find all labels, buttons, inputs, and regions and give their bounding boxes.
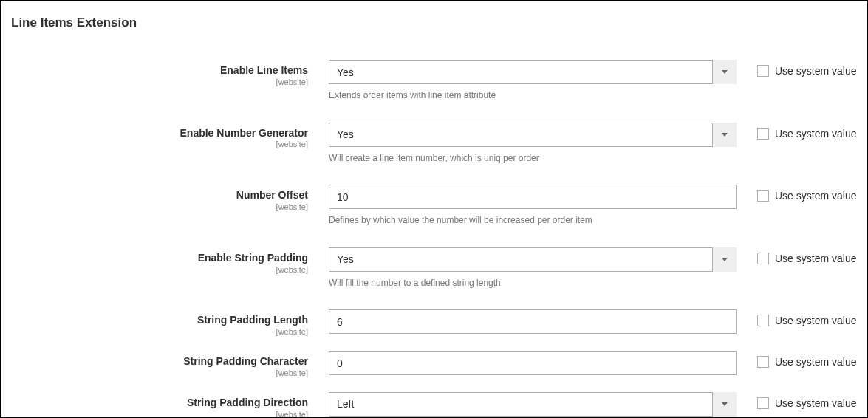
use-system-col: Use system value (737, 123, 856, 140)
select-wrap (329, 247, 737, 272)
field-scope: [website] (11, 202, 308, 211)
config-section: Line Items Extension Enable Line Items [… (1, 1, 867, 418)
field-help: Extends order items with line item attri… (329, 90, 737, 102)
enable-line-items-select[interactable] (329, 60, 737, 84)
field-scope: [website] (11, 140, 308, 148)
field-label-col: Enable String Padding [website] (11, 247, 329, 274)
use-system-checkbox[interactable] (757, 397, 769, 409)
field-control-col: Will create a line item number, which is… (329, 123, 737, 165)
field-help: Will create a line item number, which is… (329, 153, 737, 165)
field-string-padding-character: String Padding Character [website] Use s… (11, 351, 857, 377)
use-system-col: Use system value (737, 309, 856, 326)
use-system-label[interactable]: Use system value (775, 128, 856, 140)
section-title: Line Items Extension (11, 16, 857, 30)
use-system-checkbox[interactable] (757, 128, 769, 140)
field-number-offset: Number Offset [website] Defines by which… (11, 185, 857, 227)
use-system-col: Use system value (737, 392, 856, 409)
field-scope: [website] (11, 410, 308, 418)
use-system-checkbox[interactable] (757, 356, 769, 368)
field-control-col (329, 392, 737, 417)
field-label: Enable Number Generator (11, 127, 308, 140)
field-scope: [website] (11, 265, 308, 274)
enable-string-padding-select[interactable] (329, 247, 737, 272)
use-system-checkbox[interactable] (757, 315, 769, 326)
field-label: Enable String Padding (11, 252, 308, 264)
field-label: Enable Line Items (11, 64, 308, 77)
use-system-label[interactable]: Use system value (775, 65, 856, 77)
field-scope: [website] (11, 327, 308, 336)
string-padding-character-input[interactable] (329, 351, 737, 375)
field-enable-string-padding: Enable String Padding [website] Will fil… (11, 247, 857, 289)
enable-number-generator-select[interactable] (329, 123, 737, 147)
use-system-label[interactable]: Use system value (775, 397, 856, 409)
field-control-col (329, 351, 737, 375)
field-label-col: String Padding Length [website] (11, 309, 329, 336)
field-enable-number-generator: Enable Number Generator [website] Will c… (11, 123, 857, 165)
use-system-checkbox[interactable] (757, 253, 769, 264)
field-enable-line-items: Enable Line Items [website] Extends orde… (11, 60, 857, 102)
field-control-col: Extends order items with line item attri… (329, 60, 737, 102)
field-label-col: Enable Line Items [website] (11, 60, 329, 86)
use-system-col: Use system value (737, 247, 856, 264)
select-wrap (329, 60, 737, 84)
field-help: Will fill the number to a defined string… (329, 278, 737, 289)
field-label: String Padding Character (11, 355, 308, 368)
use-system-label[interactable]: Use system value (775, 356, 856, 368)
select-wrap (329, 392, 737, 417)
use-system-col: Use system value (737, 60, 856, 77)
use-system-checkbox[interactable] (757, 190, 769, 202)
use-system-col: Use system value (737, 351, 856, 368)
use-system-label[interactable]: Use system value (775, 190, 856, 202)
string-padding-direction-select[interactable] (329, 392, 737, 417)
field-label: Number Offset (11, 189, 308, 202)
field-string-padding-length: String Padding Length [website] Use syst… (11, 309, 857, 336)
use-system-label[interactable]: Use system value (775, 253, 856, 264)
field-label: String Padding Length (11, 314, 308, 326)
field-label-col: Enable Number Generator [website] (11, 123, 329, 149)
string-padding-length-input[interactable] (329, 309, 737, 334)
field-help: Defines by which value the number will b… (329, 215, 737, 227)
field-label-col: String Padding Character [website] (11, 351, 329, 377)
select-wrap (329, 123, 737, 147)
field-control-col: Defines by which value the number will b… (329, 185, 737, 227)
use-system-label[interactable]: Use system value (775, 315, 856, 326)
field-control-col (329, 309, 737, 334)
field-label: String Padding Direction (11, 397, 308, 409)
number-offset-input[interactable] (329, 185, 737, 209)
field-control-col: Will fill the number to a defined string… (329, 247, 737, 289)
field-scope: [website] (11, 369, 308, 377)
field-string-padding-direction: String Padding Direction [website] Use s… (11, 392, 857, 418)
use-system-col: Use system value (737, 185, 856, 202)
use-system-checkbox[interactable] (757, 65, 769, 77)
field-scope: [website] (11, 78, 308, 86)
field-label-col: String Padding Direction [website] (11, 392, 329, 418)
field-label-col: Number Offset [website] (11, 185, 329, 211)
